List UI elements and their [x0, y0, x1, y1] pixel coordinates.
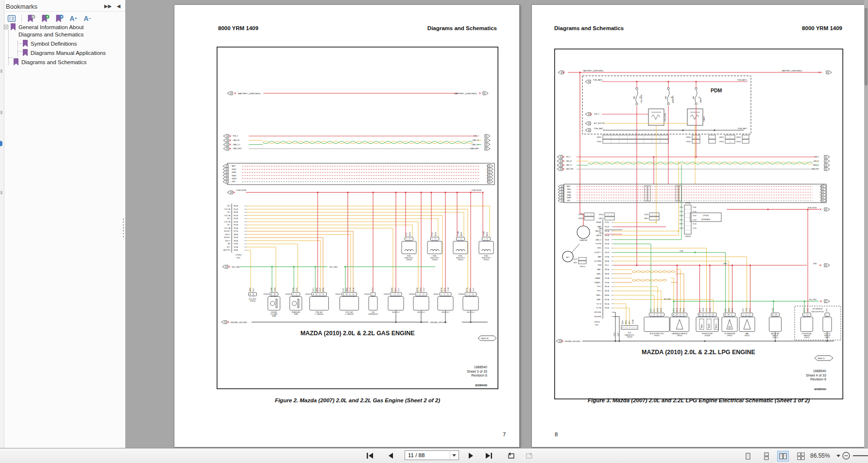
- svg-text:Sheet 3 of 33: Sheet 3 of 33: [467, 370, 487, 373]
- decrease-text-size-icon[interactable]: A−: [82, 14, 93, 23]
- two-page-scrolling-view-icon[interactable]: [795, 451, 807, 462]
- bookmark-item-diagrams-and-schematics[interactable]: Diagrams and Schematics: [13, 58, 124, 67]
- svg-text:1: 1: [826, 314, 827, 316]
- svg-text:PC RX: PC RX: [596, 307, 602, 309]
- svg-text:COIL 3A: COIL 3A: [224, 227, 230, 229]
- svg-text:CPS583: CPS583: [685, 202, 691, 204]
- bookmark-icon: [13, 58, 19, 67]
- bookmark-item-label[interactable]: Symbol Definitions: [31, 40, 77, 48]
- svg-text:CPS209: CPS209: [432, 259, 438, 261]
- previous-page-button[interactable]: [386, 451, 395, 460]
- bookmark-item-diagrams-manual-applications[interactable]: Diagrams Manual Applications: [22, 49, 124, 57]
- panel-resize-grip[interactable]: [122, 218, 124, 240]
- collapse-toggle-icon[interactable]: [4, 24, 8, 30]
- svg-text:2: 2: [487, 238, 488, 240]
- scrollbar-thumb[interactable]: [865, 8, 868, 86]
- last-page-button[interactable]: [484, 451, 494, 460]
- zoom-slider-track[interactable]: [853, 455, 868, 456]
- bookmark-icon: [22, 49, 28, 57]
- svg-text:LPG SENSOR/: LPG SENSOR/: [813, 308, 823, 310]
- bookmark-item-general-information[interactable]: General Information About Diagrams and S…: [4, 23, 124, 38]
- bookmark-item-symbol-definitions[interactable]: Symbol Definitions: [22, 40, 124, 48]
- svg-text:207-A: 207-A: [693, 227, 696, 229]
- svg-text:1: 1: [636, 327, 637, 329]
- svg-text:CPS202: CPS202: [236, 254, 242, 256]
- svg-text:261-T: 261-T: [653, 308, 655, 312]
- svg-text:379-A: 379-A: [746, 308, 748, 312]
- svg-text:207-P: 207-P: [574, 258, 578, 260]
- svg-text:CPS229: CPS229: [627, 336, 632, 338]
- svg-text:C: C: [706, 314, 707, 316]
- svg-text:BATT: BATT: [567, 186, 571, 188]
- svg-text:848-A: 848-A: [605, 294, 610, 296]
- svg-text:INJECTOR 2: INJECTOR 2: [430, 257, 439, 259]
- first-page-button[interactable]: [365, 451, 375, 460]
- bookmark-options-icon[interactable]: [6, 14, 17, 23]
- go-to-bookmark-icon[interactable]: [54, 14, 65, 23]
- two-page-view-icon[interactable]: [777, 451, 789, 462]
- svg-text:860-A: 860-A: [486, 232, 488, 236]
- svg-text:3: 3: [749, 314, 750, 316]
- svg-text:3: 3: [473, 293, 474, 295]
- svg-text:C: C: [350, 293, 351, 295]
- next-view-button[interactable]: [525, 451, 534, 460]
- svg-text:SENSOR: SENSOR: [803, 335, 810, 337]
- svg-text:378-A: 378-A: [292, 288, 294, 292]
- next-page-button[interactable]: [466, 451, 476, 460]
- svg-text:A: A: [699, 314, 700, 316]
- page-number-input[interactable]: [405, 450, 459, 460]
- svg-text:SIG_GRD: SIG_GRD: [329, 266, 338, 268]
- svg-text:IGN_2: IGN_2: [566, 156, 570, 158]
- svg-text:INTAKE AIR: INTAKE AIR: [292, 311, 301, 313]
- svg-text:2: 2: [807, 314, 808, 316]
- svg-text:MAZDA (2010) 2.0L & 2.2L LPG E: MAZDA (2010) 2.0L & 2.2L LPG ENGINE: [642, 349, 755, 356]
- svg-text:O₂ SENSOR: O₂ SENSOR: [315, 313, 323, 315]
- svg-text:751-S: 751-S: [706, 308, 708, 312]
- document-page-7: 8000 YRM 1409 Diagrams and Schematics BA…: [174, 4, 520, 447]
- svg-text:751-AB: 751-AB: [483, 231, 485, 236]
- page-list-caret-icon[interactable]: [452, 454, 456, 457]
- svg-text:Revision 6: Revision 6: [471, 374, 487, 377]
- svg-text:ECT: ECT: [227, 246, 230, 248]
- bookmark-item-label[interactable]: Diagrams Manual Applications: [31, 49, 106, 57]
- svg-text:VSW: VSW: [813, 263, 817, 265]
- svg-text:759-D: 759-D: [605, 222, 610, 223]
- new-bookmark-icon[interactable]: [40, 14, 51, 23]
- svg-text:340-A: 340-A: [234, 249, 238, 251]
- expand-panel-icon[interactable]: ▶▶: [104, 3, 112, 9]
- vertical-scrollbar[interactable]: [864, 0, 868, 448]
- page-header-left: 8000 YRM 1409: [218, 25, 258, 31]
- svg-text:856-A: 856-A: [435, 232, 437, 236]
- delete-bookmark-icon[interactable]: [26, 14, 36, 23]
- rail-mark: [0, 111, 2, 114]
- svg-text:CPS218: CPS218: [305, 293, 311, 295]
- svg-text:852-A: 852-A: [441, 288, 443, 292]
- pdf-reader-window: Bookmarks ▶▶ ◀ A+ A−: [0, 0, 868, 463]
- svg-text:1: 1: [483, 238, 484, 240]
- svg-text:1: 1: [804, 314, 805, 316]
- svg-text:FUEL: FUEL: [484, 255, 488, 257]
- increase-text-size-icon[interactable]: A+: [68, 14, 79, 23]
- zoom-menu-caret-icon[interactable]: [836, 455, 840, 457]
- svg-text:CPS236: CPS236: [250, 300, 255, 302]
- svg-text:CPS262: CPS262: [364, 293, 370, 295]
- bookmark-item-label[interactable]: Diagrams and Schematics: [21, 58, 86, 66]
- collapse-panel-icon[interactable]: ◀: [117, 3, 120, 9]
- svg-text:IGN_2: IGN_2: [233, 135, 238, 137]
- svg-text:751-T: 751-T: [398, 288, 400, 292]
- svg-text:FUEL/RUN: FUEL/RUN: [472, 189, 481, 191]
- continuous-scroll-view-icon[interactable]: [761, 451, 772, 462]
- previous-view-button[interactable]: [506, 451, 516, 460]
- svg-text:CRANK +: CRANK +: [595, 282, 601, 284]
- single-page-view-icon[interactable]: [742, 451, 754, 462]
- zoom-out-button[interactable]: [841, 451, 851, 460]
- bookmark-item-label[interactable]: General Information About Diagrams and S…: [18, 23, 106, 38]
- svg-text:751-Y: 751-Y: [406, 232, 408, 236]
- svg-text:A: A: [313, 293, 314, 295]
- svg-text:EGOH 2: EGOH 2: [224, 230, 231, 232]
- svg-text:COIL 2B: COIL 2B: [224, 221, 230, 223]
- svg-text:207-R: 207-R: [676, 308, 678, 312]
- svg-text:851-A: 851-A: [466, 288, 468, 292]
- svg-text:10 AMP: 10 AMP: [708, 324, 710, 328]
- svg-text:CAM +: CAM +: [596, 273, 601, 275]
